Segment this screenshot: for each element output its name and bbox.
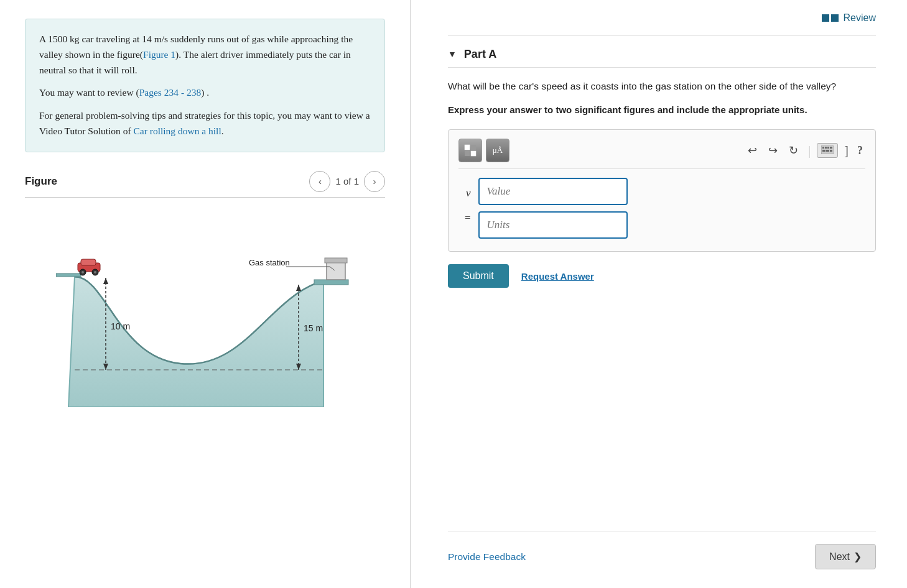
figure-page-count: 1 of 1: [335, 176, 359, 186]
info-box: A 1500 kg car traveling at 14 m/s sudden…: [25, 19, 385, 152]
symbol-button[interactable]: μÅ: [486, 139, 509, 162]
part-collapse-arrow[interactable]: ▼: [448, 50, 457, 60]
review-icon: [822, 14, 839, 22]
divider: [448, 35, 876, 35]
svg-rect-2: [327, 261, 345, 280]
height-10m-label: 10 m: [111, 321, 130, 331]
matrix-icon: [463, 144, 477, 157]
figure-nav: ‹ 1 of 1 ›: [309, 171, 385, 192]
input-fields: [478, 178, 628, 239]
bottom-bar: Provide Feedback Next ❯: [448, 531, 876, 569]
gas-station-label: Gas station: [249, 258, 290, 267]
svg-rect-25: [825, 147, 827, 149]
figure-title: Figure: [25, 175, 57, 188]
review-bar: Review: [448, 12, 876, 24]
toolbar-divider: |: [806, 144, 813, 158]
review-square-2: [831, 14, 839, 22]
left-panel: A 1500 kg car traveling at 14 m/s sudden…: [0, 0, 411, 588]
review-square-1: [822, 14, 829, 22]
part-header: ▼ Part A: [448, 48, 876, 68]
svg-point-9: [94, 271, 96, 273]
question-text: What will be the car's speed as it coast…: [448, 79, 876, 94]
svg-rect-22: [471, 151, 476, 156]
svg-rect-28: [822, 150, 825, 152]
answer-container: μÅ ↩ ↪ ↻ |: [448, 129, 876, 252]
value-input[interactable]: [478, 178, 628, 205]
equals-label: =: [465, 206, 471, 225]
review-text: You may want to review (Pages 234 - 238)…: [39, 85, 371, 101]
svg-rect-5: [81, 259, 96, 265]
next-arrow-icon: ❯: [854, 551, 862, 563]
svg-rect-30: [830, 150, 832, 152]
help-icon[interactable]: ?: [855, 144, 865, 157]
svg-marker-15: [296, 285, 301, 291]
input-row: v =: [458, 178, 865, 239]
provide-feedback-link[interactable]: Provide Feedback: [448, 551, 526, 563]
answer-toolbar: μÅ ↩ ↪ ↻ |: [458, 139, 865, 169]
valley-illustration: 10 m 15 m Gas station: [56, 221, 355, 407]
svg-rect-3: [325, 258, 347, 263]
review-label[interactable]: Review: [844, 12, 876, 24]
right-panel: Review ▼ Part A What will be the car's s…: [411, 0, 907, 588]
height-15m-label: 15 m: [304, 323, 323, 333]
figure-next-button[interactable]: ›: [364, 171, 385, 192]
figure-link[interactable]: Figure 1: [143, 49, 175, 60]
svg-rect-1: [314, 280, 348, 285]
video-link[interactable]: Car rolling down a hill: [134, 126, 221, 136]
units-input[interactable]: [478, 211, 628, 239]
submit-button[interactable]: Submit: [448, 264, 509, 288]
strategy-text: For general problem-solving tips and str…: [39, 108, 371, 139]
variable-equals: v =: [465, 178, 471, 225]
part-title: Part A: [464, 48, 496, 61]
figure-header: Figure ‹ 1 of 1 ›: [25, 171, 385, 198]
action-row: Submit Request Answer: [448, 264, 876, 288]
bracket-icon: ]: [842, 144, 851, 158]
svg-rect-27: [830, 147, 832, 149]
pages-link[interactable]: Pages 234 - 238: [139, 87, 201, 98]
next-button[interactable]: Next ❯: [815, 544, 876, 569]
instructions-text: Express your answer to two significant f…: [448, 103, 876, 117]
keyboard-icon: [821, 145, 834, 154]
matrix-template-button[interactable]: [458, 139, 482, 162]
keyboard-button[interactable]: [817, 143, 838, 158]
speed-unit: m/s: [154, 34, 168, 44]
svg-rect-19: [465, 145, 470, 150]
svg-rect-29: [826, 150, 829, 152]
mass-unit: kg: [70, 34, 80, 44]
figure-prev-button[interactable]: ‹: [309, 171, 330, 192]
svg-rect-0: [56, 273, 81, 277]
figure-image: 10 m 15 m Gas station: [25, 205, 385, 423]
problem-statement: A 1500 kg car traveling at 14 m/s sudden…: [39, 32, 371, 78]
mu-label: μÅ: [493, 145, 503, 155]
svg-rect-20: [471, 145, 476, 150]
svg-point-8: [81, 271, 84, 273]
reset-button[interactable]: ↻: [785, 141, 802, 160]
svg-rect-26: [827, 147, 829, 149]
variable-label: v: [466, 181, 471, 200]
figure-section: Figure ‹ 1 of 1 ›: [25, 171, 385, 423]
svg-rect-21: [465, 151, 470, 156]
svg-rect-24: [822, 147, 824, 149]
undo-button[interactable]: ↩: [744, 141, 761, 160]
svg-marker-12: [103, 278, 108, 284]
request-answer-button[interactable]: Request Answer: [521, 271, 594, 282]
next-label: Next: [829, 551, 850, 563]
redo-button[interactable]: ↪: [765, 141, 781, 160]
